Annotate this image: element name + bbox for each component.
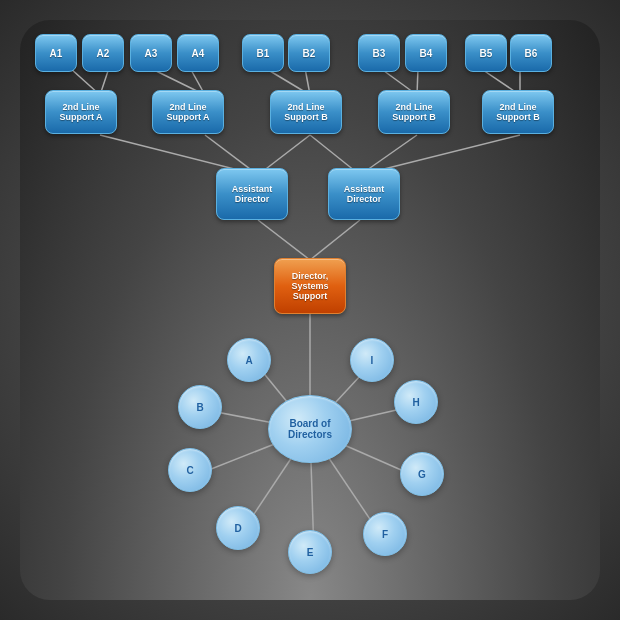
- board-node-b[interactable]: B: [178, 385, 222, 429]
- node-b5[interactable]: B5: [465, 34, 507, 72]
- board-node-h[interactable]: H: [394, 380, 438, 424]
- node-b3[interactable]: B3: [358, 34, 400, 72]
- support-b2[interactable]: 2nd LineSupport B: [378, 90, 450, 134]
- support-b3[interactable]: 2nd LineSupport B: [482, 90, 554, 134]
- support-a1[interactable]: 2nd LineSupport A: [45, 90, 117, 134]
- board-node-c[interactable]: C: [168, 448, 212, 492]
- node-b6[interactable]: B6: [510, 34, 552, 72]
- svg-line-16: [258, 220, 310, 260]
- board-center[interactable]: Board ofDirectors: [268, 395, 352, 463]
- node-a3[interactable]: A3: [130, 34, 172, 72]
- node-a4[interactable]: A4: [177, 34, 219, 72]
- board-node-g[interactable]: G: [400, 452, 444, 496]
- support-b1[interactable]: 2nd LineSupport B: [270, 90, 342, 134]
- board-node-e[interactable]: E: [288, 530, 332, 574]
- node-a1[interactable]: A1: [35, 34, 77, 72]
- director-box[interactable]: Director,SystemsSupport: [274, 258, 346, 314]
- node-a2[interactable]: A2: [82, 34, 124, 72]
- node-b2[interactable]: B2: [288, 34, 330, 72]
- svg-line-17: [310, 220, 360, 260]
- assistant-director-2[interactable]: AssistantDirector: [328, 168, 400, 220]
- board-node-f[interactable]: F: [363, 512, 407, 556]
- board-node-a[interactable]: A: [227, 338, 271, 382]
- board-node-i[interactable]: I: [350, 338, 394, 382]
- node-b1[interactable]: B1: [242, 34, 284, 72]
- board-node-d[interactable]: D: [216, 506, 260, 550]
- main-container: A1 A2 A3 A4 B1 B2 B3 B4 B5 B6 2nd LineSu…: [20, 20, 600, 600]
- support-a2[interactable]: 2nd LineSupport A: [152, 90, 224, 134]
- assistant-director-1[interactable]: AssistantDirector: [216, 168, 288, 220]
- node-b4[interactable]: B4: [405, 34, 447, 72]
